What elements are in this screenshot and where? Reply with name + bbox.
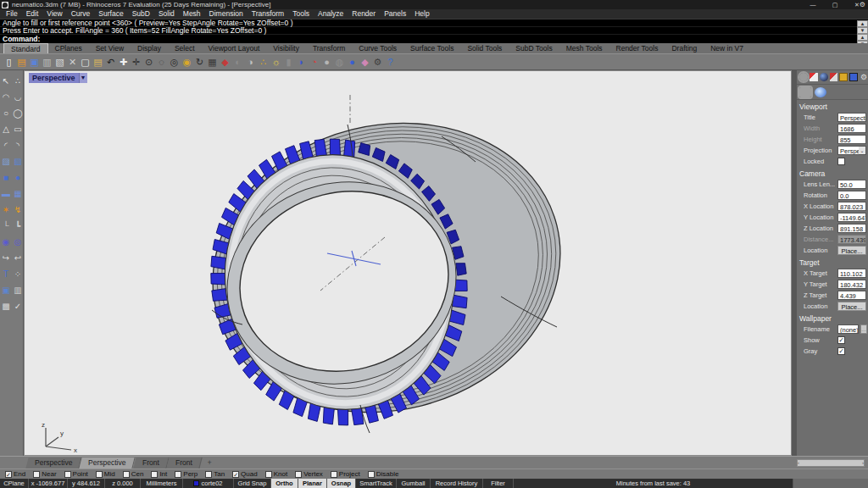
property-dropdown[interactable]: Perspect...⌄ xyxy=(837,146,866,155)
scroll-left-icon[interactable]: ‹ xyxy=(798,460,799,466)
status-osnap[interactable]: Osnap xyxy=(327,479,356,488)
tab-cplanes[interactable]: CPlanes xyxy=(48,44,89,53)
scroll-up-icon[interactable]: ▲ xyxy=(857,34,868,41)
cage-edit-icon[interactable]: ▦ xyxy=(13,188,24,200)
menu-transform[interactable]: Transform xyxy=(248,9,288,19)
property-value-input[interactable]: 4.439 xyxy=(837,291,866,300)
osnap-checkbox-perp[interactable] xyxy=(175,471,181,478)
select-icon[interactable]: ↖ xyxy=(1,75,12,87)
osnap-int[interactable]: Int xyxy=(151,470,167,478)
property-value-input[interactable]: 891.158 xyxy=(837,224,866,233)
status-record-history[interactable]: Record History xyxy=(431,479,483,488)
osnap-mid[interactable]: Mid xyxy=(96,470,115,478)
tab-set-view[interactable]: Set View xyxy=(89,44,131,53)
mace-icon[interactable]: ✶ xyxy=(1,204,12,216)
tab-subd-tools[interactable]: SubD Tools xyxy=(509,44,559,53)
materials-tab-icon[interactable] xyxy=(830,73,838,81)
osnap-vertex[interactable]: Vertex xyxy=(295,470,323,478)
arc-icon[interactable]: ◜ xyxy=(1,140,12,152)
array-linear-icon[interactable]: ▥ xyxy=(13,285,24,297)
status-planar[interactable]: Planar xyxy=(298,479,327,488)
viewport-tab-front-2[interactable]: Front xyxy=(133,458,169,469)
boolean-union-icon[interactable]: ◉ xyxy=(1,236,12,248)
scroll-up-icon[interactable]: ▲ xyxy=(857,20,868,27)
osnap-checkbox-project[interactable] xyxy=(331,471,337,478)
polygon-icon[interactable]: △ xyxy=(1,124,12,136)
display-tab-icon[interactable] xyxy=(820,73,828,81)
raytraced-display-icon[interactable]: ● xyxy=(346,55,359,69)
viewport-tab-perspective-1[interactable]: Perspective xyxy=(80,458,136,469)
render-icon[interactable]: ◔ xyxy=(308,55,320,69)
viewport-rect-icon[interactable] xyxy=(830,87,842,97)
undo-icon[interactable]: ↶ xyxy=(104,55,117,69)
checkbox-show[interactable]: ✓ xyxy=(837,336,845,344)
tab-visibility[interactable]: Visibility xyxy=(266,44,306,53)
osnap-disable[interactable]: Disable xyxy=(368,470,399,478)
export-icon[interactable]: ▧ xyxy=(53,55,66,69)
place-button[interactable]: Place... xyxy=(837,246,866,255)
tab-transform[interactable]: Transform xyxy=(306,44,352,53)
zoom-extents-icon[interactable]: ◎ xyxy=(168,55,181,69)
status-filter[interactable]: Filter xyxy=(483,479,514,488)
light-icon[interactable] xyxy=(815,87,826,97)
tab-viewport-layout[interactable]: Viewport Layout xyxy=(202,44,267,53)
property-value-input[interactable]: 180.432 xyxy=(837,280,866,289)
minimize-button[interactable]: — xyxy=(802,0,824,9)
tab-mesh-tools[interactable]: Mesh Tools xyxy=(559,44,609,53)
property-value-input[interactable]: 1686 xyxy=(837,124,866,133)
menu-surface[interactable]: Surface xyxy=(94,9,127,19)
properties-tab-icon[interactable] xyxy=(799,73,808,81)
set-view-icon[interactable]: ◆ xyxy=(219,55,231,69)
property-value-input[interactable]: 50.0 xyxy=(837,180,866,189)
save-file-icon[interactable]: ▣ xyxy=(28,55,41,69)
camera-icon[interactable] xyxy=(799,87,811,97)
paste-icon[interactable]: ▤ xyxy=(92,55,104,69)
osnap-checkbox-cen[interactable] xyxy=(123,471,130,478)
print-icon[interactable]: ▥ xyxy=(41,55,53,69)
viewport-title-label[interactable]: Perspective xyxy=(29,73,79,83)
shaded-display-icon[interactable]: ◗ xyxy=(295,55,308,69)
boolean-difference-icon[interactable]: ◎ xyxy=(13,236,24,248)
zoom-selected-icon[interactable]: ◉ xyxy=(181,55,193,69)
menu-view[interactable]: View xyxy=(42,9,66,19)
status-millimeters[interactable]: Millimeters xyxy=(141,479,183,488)
browse-button[interactable]: … xyxy=(860,324,867,334)
osnap-tan[interactable]: Tan xyxy=(205,470,225,478)
surface-patch-icon[interactable]: ▨ xyxy=(1,156,12,168)
osnap-checkbox-point[interactable] xyxy=(64,471,71,478)
menu-tools[interactable]: Tools xyxy=(288,9,314,19)
filename-value[interactable]: (none) xyxy=(837,324,859,334)
point-cloud-icon[interactable]: ⁘ xyxy=(13,269,24,280)
ellipse-icon[interactable]: ◯ xyxy=(13,108,24,119)
rotate-view-icon[interactable]: ↻ xyxy=(193,55,206,69)
checkbox-gray[interactable]: ✓ xyxy=(837,347,845,355)
osnap-knot[interactable]: Knot xyxy=(265,470,287,478)
lightning-extrude-icon[interactable]: ↯ xyxy=(13,204,24,216)
menu-solid[interactable]: Solid xyxy=(154,9,179,19)
menu-mesh[interactable]: Mesh xyxy=(179,9,205,19)
solid-sphere-icon[interactable]: ● xyxy=(13,172,24,184)
menu-help[interactable]: Help xyxy=(410,9,433,19)
osnap-toggle-icon[interactable]: ∴ xyxy=(257,55,270,69)
viewport-tab-perspective-0[interactable]: Perspective xyxy=(25,458,82,469)
tab-solid-tools[interactable]: Solid Tools xyxy=(460,44,509,53)
osnap-checkbox-tan[interactable] xyxy=(205,471,212,478)
osnap-checkbox-knot[interactable] xyxy=(265,471,272,478)
osnap-cen[interactable]: Cen xyxy=(123,470,144,478)
menu-file[interactable]: File xyxy=(2,9,22,19)
status-gumball[interactable]: Gumball xyxy=(397,479,431,488)
place-button[interactable]: Place... xyxy=(837,302,866,311)
check-select-icon[interactable]: ✓ xyxy=(13,301,24,313)
curve-interpolate-icon[interactable]: ◡ xyxy=(13,92,24,103)
hide-objects-icon[interactable]: ◐ xyxy=(231,55,244,69)
osnap-project[interactable]: Project xyxy=(331,470,360,478)
scroll-down-icon[interactable]: ▼ xyxy=(857,27,868,34)
menu-curve[interactable]: Curve xyxy=(67,9,95,19)
tab-render-tools[interactable]: Render Tools xyxy=(609,44,665,53)
tab-standard[interactable]: Standard xyxy=(3,43,48,53)
rectangle-icon[interactable]: ▭ xyxy=(13,124,24,136)
artistic-display-icon[interactable]: ◆ xyxy=(359,55,371,69)
solid-box-icon[interactable]: ■ xyxy=(1,172,12,184)
osnap-checkbox-quad[interactable]: ✓ xyxy=(232,471,239,478)
osnap-near[interactable]: Near xyxy=(33,470,56,478)
